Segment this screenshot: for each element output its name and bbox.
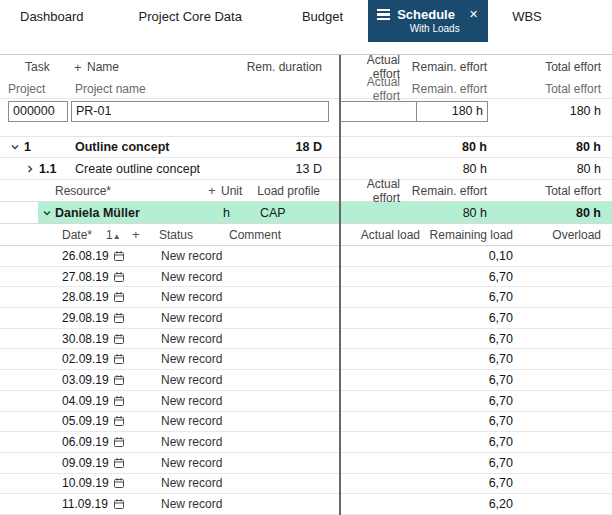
remaining-load-cell[interactable]: 6,70: [420, 270, 513, 284]
calendar-icon[interactable]: [113, 498, 126, 510]
tab-project-core-data[interactable]: Project Core Data: [139, 0, 242, 42]
task-wbs: 1: [24, 140, 75, 154]
tab-schedule[interactable]: Schedule ✕ With Loads: [368, 0, 488, 42]
date-cell[interactable]: 06.09.19: [62, 435, 112, 449]
task-row: 1.1 Create outline concept 13 D 80 h 80 …: [0, 158, 612, 180]
calendar-icon[interactable]: [113, 291, 126, 303]
date-cell[interactable]: 11.09.19: [62, 497, 112, 511]
calendar-icon[interactable]: [113, 312, 126, 324]
calendar-icon[interactable]: [113, 436, 126, 448]
load-row: 04.09.19 New record 6,70: [0, 391, 612, 412]
add-date-button[interactable]: +: [132, 227, 145, 242]
col-remaining-load: Remaining load: [420, 228, 513, 242]
status-cell: New record: [161, 311, 231, 325]
load-row: 27.08.19 New record 6,70: [0, 267, 612, 288]
calendar-icon[interactable]: [113, 457, 126, 469]
remaining-load-cell[interactable]: 6,70: [420, 373, 513, 387]
col-total-effort-sub: Total effort: [487, 82, 601, 96]
status-cell: New record: [161, 497, 231, 511]
date-cell[interactable]: 28.08.19: [62, 290, 112, 304]
calendar-icon[interactable]: [113, 415, 126, 427]
chevron-down-icon[interactable]: [42, 208, 54, 218]
col-task: Task: [25, 60, 74, 74]
calendar-icon[interactable]: [113, 333, 126, 345]
remaining-load-cell[interactable]: 6,70: [420, 456, 513, 470]
project-number-input[interactable]: 000000: [8, 101, 68, 122]
chevron-down-icon[interactable]: [10, 142, 22, 152]
tab-wbs[interactable]: WBS: [512, 0, 542, 42]
load-row: 30.08.19 New record 6,70: [0, 329, 612, 350]
remaining-load-cell[interactable]: 6,70: [420, 290, 513, 304]
project-name-input[interactable]: PR-01: [71, 101, 329, 122]
col-actual-effort-res: Actual effort: [340, 177, 400, 205]
load-row: 28.08.19 New record 6,70: [0, 287, 612, 308]
remaining-load-cell[interactable]: 6,70: [420, 311, 513, 325]
resource-total-effort: 80 h: [487, 206, 601, 220]
resource-name[interactable]: Daniela Müller: [55, 206, 223, 220]
load-row: 29.08.19 New record 6,70: [0, 308, 612, 329]
date-cell[interactable]: 10.09.19: [62, 476, 112, 490]
status-cell: New record: [161, 373, 231, 387]
column-divider[interactable]: [339, 55, 341, 515]
chevron-right-icon[interactable]: [25, 164, 37, 174]
calendar-icon[interactable]: [113, 271, 126, 283]
load-row: 05.09.19 New record 6,70: [0, 412, 612, 433]
remaining-load-cell[interactable]: 6,70: [420, 352, 513, 366]
col-name: Name: [87, 60, 247, 74]
remaining-load-cell[interactable]: 6,70: [420, 414, 513, 428]
date-cell[interactable]: 29.08.19: [62, 311, 112, 325]
remaining-load-cell[interactable]: 6,70: [420, 394, 513, 408]
date-cell[interactable]: 05.09.19: [62, 414, 112, 428]
calendar-icon[interactable]: [113, 250, 126, 262]
calendar-icon[interactable]: [113, 353, 126, 365]
date-cell[interactable]: 09.09.19: [62, 456, 112, 470]
tab-budget[interactable]: Budget: [302, 0, 343, 42]
col-remain-effort-sub: Remain. effort: [400, 82, 487, 96]
load-row: 10.09.19 New record 6,70: [0, 474, 612, 495]
resource-table-header: Resource* + Unit Load profile Actual eff…: [0, 180, 612, 202]
remaining-load-cell[interactable]: 6,20: [420, 497, 513, 511]
load-table-header: Date* 1▲ + Status Comment Actual load Re…: [0, 224, 612, 246]
col-overload: Overload: [513, 228, 601, 242]
calendar-icon[interactable]: [113, 395, 126, 407]
task-total-effort: 80 h: [487, 162, 601, 176]
task-total-effort: 80 h: [487, 140, 601, 154]
project-actual-effort-input[interactable]: [340, 101, 417, 122]
project-remain-effort-input[interactable]: 180 h: [416, 101, 488, 122]
sort-indicator[interactable]: 1▲: [106, 228, 132, 242]
load-row: 06.09.19 New record 6,70: [0, 432, 612, 453]
col-project: Project: [8, 82, 75, 96]
add-task-button[interactable]: +: [74, 60, 87, 75]
status-cell: New record: [161, 270, 231, 284]
task-rem-duration: 13 D: [296, 162, 340, 176]
calendar-icon[interactable]: [113, 477, 126, 489]
date-cell[interactable]: 03.09.19: [62, 373, 112, 387]
section-gap: [0, 123, 612, 136]
status-cell: New record: [161, 435, 231, 449]
date-cell[interactable]: 02.09.19: [62, 352, 112, 366]
date-cell[interactable]: 04.09.19: [62, 394, 112, 408]
remaining-load-cell[interactable]: 0,10: [420, 249, 513, 263]
sort-arrow-icon: ▲: [113, 232, 121, 241]
task-name[interactable]: Create outline concept: [75, 162, 296, 176]
date-cell[interactable]: 27.08.19: [62, 270, 112, 284]
remaining-load-cell[interactable]: 6,70: [420, 476, 513, 490]
status-cell: New record: [161, 476, 231, 490]
calendar-icon[interactable]: [113, 374, 126, 386]
add-resource-button[interactable]: +: [208, 183, 221, 198]
task-name[interactable]: Outline concept: [75, 140, 296, 154]
remaining-load-cell[interactable]: 6,70: [420, 435, 513, 449]
status-cell: New record: [161, 332, 231, 346]
status-cell: New record: [161, 456, 231, 470]
resource-row[interactable]: Daniela Müller h CAP 80 h 80 h: [0, 202, 612, 224]
close-icon[interactable]: ✕: [469, 8, 478, 21]
project-subheader: Project Project name Actual effort Remai…: [0, 79, 612, 99]
date-cell[interactable]: 30.08.19: [62, 332, 112, 346]
status-cell: New record: [161, 290, 231, 304]
menu-icon[interactable]: [377, 9, 390, 20]
load-row: 03.09.19 New record 6,70: [0, 370, 612, 391]
tab-dashboard[interactable]: Dashboard: [20, 0, 84, 42]
date-cell[interactable]: 26.08.19: [62, 249, 112, 263]
resource-indent: [0, 202, 38, 223]
remaining-load-cell[interactable]: 6,70: [420, 332, 513, 346]
